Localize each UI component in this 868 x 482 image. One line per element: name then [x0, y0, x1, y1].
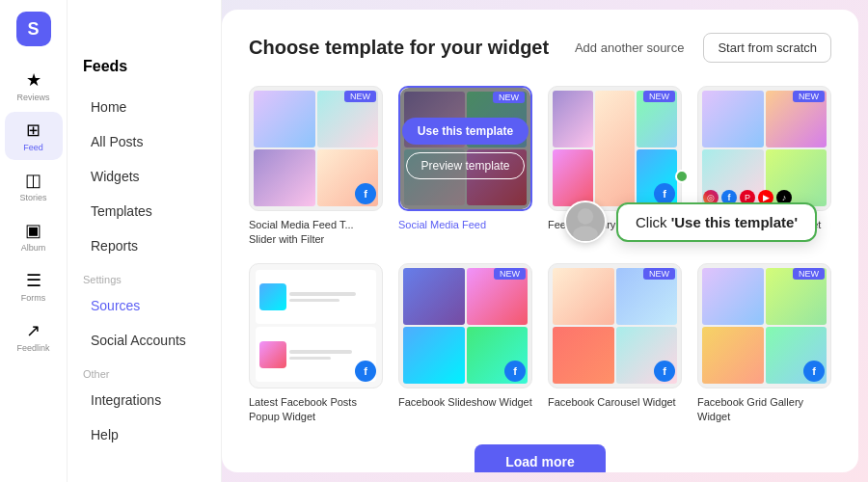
template-label-8: Facebook Grid Gallery Widget [697, 395, 831, 425]
tooltip-box: Click 'Use this template' [616, 202, 817, 242]
left-icon-strip: S ★ Reviews ⊞ Feed ◫ Stories ▣ Album ☰ F… [0, 0, 68, 482]
template-thumbnail-1: f NEW [249, 86, 383, 211]
sidebar-nav: Feeds Home All Posts Widgets Templates R… [68, 0, 222, 482]
template-thumbnail-6: f NEW [398, 263, 532, 388]
sidebar-nav-templates[interactable]: Templates [75, 195, 213, 228]
album-icon: ▣ [25, 220, 41, 241]
template-card-social-media-feed-slider[interactable]: f NEW Social Media Feed T... Slider with… [249, 86, 383, 248]
badge-2: NEW [493, 92, 525, 103]
template-card-facebook-grid-gallery[interactable]: f NEW Facebook Grid Gallery Widget [697, 263, 831, 425]
sidebar-item-forms[interactable]: ☰ Forms [5, 262, 63, 310]
template-grid: f NEW Social Media Feed T... Slider with… [249, 86, 831, 425]
facebook-badge-7: f [654, 361, 675, 382]
facebook-badge-5: f [355, 361, 376, 382]
tooltip-avatar [564, 201, 607, 243]
main-header: Choose template for your widget Add anot… [249, 33, 831, 63]
main-panel: Choose template for your widget Add anot… [222, 10, 858, 472]
sidebar-item-reviews[interactable]: ★ Reviews [5, 62, 63, 110]
page-title: Choose template for your widget [249, 37, 549, 59]
template-label-2: Social Media Feed [398, 218, 532, 232]
facebook-badge-1: f [355, 183, 376, 204]
sidebar-item-stories[interactable]: ◫ Stories [5, 162, 63, 210]
badge-1: NEW [344, 91, 376, 102]
sidebar-nav-help[interactable]: Help [75, 418, 213, 451]
template-label-1: Social Media Feed T... Slider with Filte… [249, 218, 383, 248]
tooltip-text: Click [636, 214, 671, 230]
add-another-source-button[interactable]: Add another source [565, 35, 693, 61]
reviews-icon: ★ [26, 69, 41, 91]
feed-label: Feed [23, 143, 43, 152]
reviews-label: Reviews [16, 93, 49, 102]
sidebar-item-feedlink[interactable]: ↗ Feedlink [5, 312, 63, 361]
template-thumbnail-2: Use this template Preview template NEW [398, 86, 532, 211]
template-card-facebook-slideshow[interactable]: f NEW Facebook Slideshow Widget [398, 263, 532, 425]
sidebar-nav-sources[interactable]: Sources [75, 289, 213, 322]
template-thumbnail-3: f NEW [548, 86, 682, 211]
load-more-button[interactable]: Load more [475, 444, 606, 472]
facebook-badge-6: f [504, 361, 526, 382]
use-template-button[interactable]: Use this template [402, 118, 529, 145]
feed-icon: ⊞ [26, 120, 41, 141]
feedlink-icon: ↗ [26, 320, 41, 341]
badge-4: NEW [793, 91, 825, 102]
forms-label: Forms [21, 293, 46, 303]
sidebar-nav-integrations[interactable]: Integrations [75, 384, 213, 416]
sidebar-item-feed[interactable]: ⊞ Feed [5, 112, 63, 160]
stories-label: Stories [19, 193, 46, 202]
tooltip-highlight: 'Use this template' [671, 214, 798, 230]
template-overlay: Use this template Preview template [400, 88, 530, 209]
template-card-facebook-carousel[interactable]: f NEW Facebook Carousel Widget [548, 263, 682, 425]
template-thumbnail-8: f NEW [697, 263, 831, 388]
connector-dot [675, 170, 689, 183]
sidebar-nav-social-accounts[interactable]: Social Accounts [75, 324, 213, 357]
badge-6: NEW [494, 268, 526, 280]
header-actions: Add another source Start from scratch [565, 33, 831, 63]
template-thumbnail-4: ◎ f P ▶ ♪ NEW [697, 86, 831, 211]
template-label-6: Facebook Slideshow Widget [398, 395, 532, 410]
feedlink-label: Feedlink [16, 343, 49, 353]
template-card-latest-facebook[interactable]: f Latest Facebook Posts Popup Widget [249, 263, 383, 425]
badge-8: NEW [793, 268, 825, 280]
feeds-title: Feeds [68, 58, 221, 91]
sidebar-nav-all-posts[interactable]: All Posts [75, 125, 213, 158]
template-label-5: Latest Facebook Posts Popup Widget [249, 395, 383, 425]
sidebar-item-album[interactable]: ▣ Album [5, 212, 63, 260]
template-thumbnail-7: f NEW [548, 263, 682, 388]
preview-template-button[interactable]: Preview template [406, 152, 524, 179]
facebook-badge-8: f [803, 361, 825, 382]
template-card-active[interactable]: Use this template Preview template NEW S… [398, 86, 532, 248]
sidebar-nav-home[interactable]: Home [75, 91, 213, 123]
svg-point-0 [578, 208, 593, 224]
badge-7: NEW [643, 268, 675, 280]
album-label: Album [21, 243, 46, 253]
other-section-label: Other [68, 359, 221, 384]
badge-3: NEW [643, 91, 675, 102]
svg-point-1 [573, 227, 597, 242]
template-label-7: Facebook Carousel Widget [548, 395, 682, 410]
start-from-scratch-button[interactable]: Start from scratch [703, 33, 831, 63]
tooltip-callout: Click 'Use this template' [564, 201, 817, 243]
app-logo[interactable]: S [16, 12, 51, 46]
forms-icon: ☰ [26, 270, 41, 291]
settings-section-label: Settings [68, 264, 221, 289]
template-thumbnail-5: f [249, 263, 383, 388]
sidebar-nav-widgets[interactable]: Widgets [75, 160, 213, 193]
sidebar-nav-reports[interactable]: Reports [75, 229, 213, 262]
stories-icon: ◫ [25, 170, 41, 191]
